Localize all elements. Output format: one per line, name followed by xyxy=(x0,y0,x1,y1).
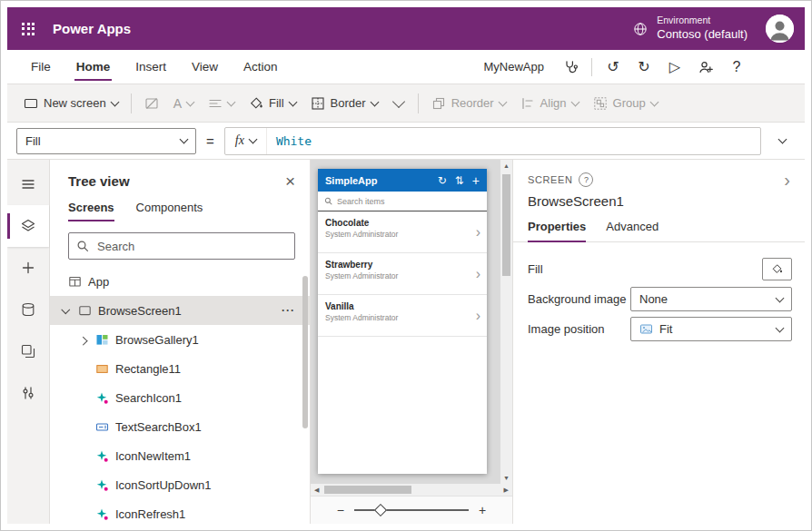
chevron-right-icon[interactable] xyxy=(77,334,89,346)
sort-icon[interactable]: ⇅ xyxy=(455,175,464,186)
zoom-out-button[interactable]: − xyxy=(337,504,344,516)
scroll-left-icon[interactable]: ◀ xyxy=(314,487,319,494)
tree-scrollbar[interactable] xyxy=(302,276,308,428)
tree-item-textsearchbox1[interactable]: TextSearchBox1 xyxy=(50,412,310,441)
tree-item-browsegallery1[interactable]: BrowseGallery1 xyxy=(50,325,310,354)
background-image-button[interactable] xyxy=(137,89,166,118)
zoom-in-button[interactable]: + xyxy=(479,504,486,516)
font-button[interactable]: A xyxy=(166,89,201,118)
phone-app-header[interactable]: SimpleApp ↻ ⇅ + xyxy=(318,169,487,192)
selected-object-name: BrowseScreen1 xyxy=(513,189,805,218)
reorder-button[interactable]: Reorder xyxy=(424,89,513,118)
vertical-scroll-thumb[interactable] xyxy=(502,174,510,276)
share-button[interactable] xyxy=(690,54,721,81)
environment-switcher[interactable]: Environment Contoso (default) xyxy=(623,7,757,50)
tree-item-browsescreen1[interactable]: BrowseScreen1 ··· xyxy=(50,296,310,325)
tree-search-box[interactable] xyxy=(68,232,295,260)
group-button[interactable]: Group xyxy=(586,89,665,118)
tree-item-app[interactable]: App xyxy=(50,267,310,296)
redo-button[interactable]: ↻ xyxy=(629,54,659,81)
search-input[interactable] xyxy=(95,239,287,254)
insert-rail-button[interactable] xyxy=(7,247,49,289)
tab-advanced[interactable]: Advanced xyxy=(606,218,659,242)
refresh-icon[interactable]: ↻ xyxy=(438,175,447,186)
design-canvas[interactable]: SimpleApp ↻ ⇅ + Search items Ch xyxy=(311,160,500,484)
help-button[interactable]: ? xyxy=(721,54,752,81)
image-position-dropdown[interactable]: Fit xyxy=(630,317,792,341)
new-screen-button[interactable]: New screen xyxy=(16,89,125,118)
fill-button[interactable]: Fill xyxy=(242,89,303,118)
collapse-panel-button[interactable]: › xyxy=(780,171,794,189)
tree-item-searchicon1[interactable]: SearchIcon1 xyxy=(50,383,310,412)
hamburger-menu-button[interactable] xyxy=(7,163,49,205)
help-icon[interactable]: ? xyxy=(579,172,593,187)
tree-item-iconsortupdown1[interactable]: IconSortUpDown1 xyxy=(50,470,310,499)
canvas-area: SimpleApp ↻ ⇅ + Search items Ch xyxy=(311,160,512,524)
more-commands-chevron[interactable] xyxy=(392,94,405,107)
text-align-button[interactable] xyxy=(201,89,242,118)
scroll-right-icon[interactable]: ▶ xyxy=(504,487,509,494)
horizontal-scrollbar[interactable]: ◀ ▶ xyxy=(311,484,512,496)
power-apps-studio: Power Apps Environment Contoso (default)… xyxy=(7,7,805,524)
preview-play-button[interactable]: ▷ xyxy=(659,54,690,81)
chevron-down-icon xyxy=(776,293,785,302)
more-options-button[interactable]: ··· xyxy=(282,304,295,317)
property-selector[interactable]: Fill xyxy=(16,128,196,154)
scroll-up-icon[interactable]: ▲ xyxy=(503,162,510,169)
new-item-icon[interactable]: + xyxy=(472,174,480,187)
tree-view-rail-button[interactable] xyxy=(7,205,49,247)
phone-search-box[interactable]: Search items xyxy=(318,192,487,211)
search-icon xyxy=(324,197,332,205)
menu-file[interactable]: File xyxy=(18,50,64,84)
align-button[interactable]: Align xyxy=(513,89,586,118)
gallery-item[interactable]: Strawberry System Administrator › xyxy=(318,253,487,295)
tab-properties[interactable]: Properties xyxy=(528,218,586,242)
chevron-right-icon[interactable]: › xyxy=(476,267,480,281)
zoom-bar: − + xyxy=(311,496,512,524)
tree-item-rectangle11[interactable]: Rectangle11 xyxy=(50,354,310,383)
formula-input[interactable]: fx White xyxy=(224,127,761,155)
expand-formula-bar-button[interactable] xyxy=(768,123,796,159)
gallery-item[interactable]: Chocolate System Administrator › xyxy=(318,211,487,253)
horizontal-scroll-thumb[interactable] xyxy=(324,486,411,494)
tree-item-iconrefresh1[interactable]: IconRefresh1 xyxy=(50,499,310,524)
zoom-slider-handle[interactable] xyxy=(374,504,387,516)
phone-search-placeholder: Search items xyxy=(337,197,385,206)
menu-insert[interactable]: Insert xyxy=(123,50,179,84)
data-sources-rail-button[interactable] xyxy=(7,289,49,330)
waffle-icon xyxy=(22,23,35,35)
app-launcher-button[interactable] xyxy=(7,7,49,50)
phone-preview[interactable]: SimpleApp ↻ ⇅ + Search items Ch xyxy=(318,169,487,474)
scroll-down-icon[interactable]: ▼ xyxy=(503,475,510,481)
chevron-right-icon[interactable]: › xyxy=(476,309,480,323)
media-rail-button[interactable] xyxy=(7,330,49,372)
property-row-fill: Fill xyxy=(528,257,792,281)
app-object-icon xyxy=(68,275,82,289)
search-icon xyxy=(76,240,89,252)
gallery-item[interactable]: Vanilla System Administrator › xyxy=(318,295,487,337)
menu-action[interactable]: Action xyxy=(231,50,291,84)
chevron-down-icon xyxy=(227,97,236,106)
background-image-dropdown[interactable]: None xyxy=(630,287,792,311)
border-button[interactable]: Border xyxy=(303,89,385,118)
tab-screens[interactable]: Screens xyxy=(68,201,114,221)
undo-button[interactable]: ↺ xyxy=(598,54,629,81)
tab-components[interactable]: Components xyxy=(136,201,203,221)
close-panel-button[interactable]: × xyxy=(285,172,295,190)
advanced-tools-rail-button[interactable] xyxy=(7,372,49,414)
fill-color-button[interactable] xyxy=(762,258,792,280)
gallery-icon xyxy=(95,333,109,347)
icon-control-icon xyxy=(95,391,109,405)
menu-view[interactable]: View xyxy=(179,50,231,84)
tree-item-iconnewitem1[interactable]: IconNewItem1 xyxy=(50,441,310,470)
chevron-right-icon[interactable]: › xyxy=(476,225,480,240)
chevron-down-icon[interactable] xyxy=(60,305,72,317)
fx-selector[interactable]: fx xyxy=(225,128,267,154)
current-app-name: MyNewApp xyxy=(484,60,544,74)
vertical-scrollbar[interactable]: ▲ ▼ xyxy=(500,160,512,484)
property-row-image-position: Image position Fit xyxy=(528,317,792,341)
menu-home[interactable]: Home xyxy=(64,50,124,84)
app-checker-button[interactable] xyxy=(555,54,586,81)
avatar[interactable] xyxy=(766,15,794,43)
zoom-slider[interactable] xyxy=(354,509,469,511)
